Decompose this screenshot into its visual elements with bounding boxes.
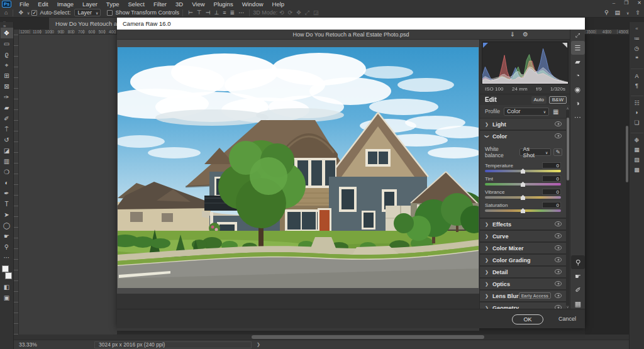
bw-button[interactable]: B&W xyxy=(549,96,567,104)
adjustment-brush-icon[interactable]: ✐ xyxy=(571,283,585,297)
section-color-mixer[interactable]: ❯ Color Mixer xyxy=(480,243,566,253)
menu-item[interactable]: Window xyxy=(238,0,268,8)
visibility-eye-icon[interactable] xyxy=(555,293,562,298)
menu-item[interactable]: Select xyxy=(123,0,148,8)
align-horizontal-centers-icon[interactable]: ⊤ xyxy=(195,9,204,16)
fullscreen-toggle-icon[interactable]: ⤢ xyxy=(571,30,585,41)
camera-raw-titlebar[interactable]: Camera Raw 16.0 xyxy=(117,18,585,30)
section-optics[interactable]: ❯ Optics xyxy=(480,279,566,289)
blur-tool[interactable]: ❍ xyxy=(1,167,13,177)
visibility-eye-icon[interactable] xyxy=(555,281,562,286)
auto-select-layer-dropdown[interactable]: Layer ∨ xyxy=(74,9,101,16)
comments-panel-icon[interactable]: ❝ xyxy=(631,53,643,64)
slider-thumb[interactable] xyxy=(521,208,525,213)
canvas-vertical-scrollbar[interactable] xyxy=(626,126,628,182)
canvas-horizontal-scrollbar[interactable] xyxy=(252,335,484,339)
red-eye-tool-icon[interactable]: ◉ xyxy=(571,82,585,96)
clone-stamp-tool[interactable]: ⍑ xyxy=(1,124,13,135)
histogram[interactable] xyxy=(482,42,569,84)
character-panel-icon[interactable]: A xyxy=(631,69,643,80)
eraser-tool[interactable]: ◪ xyxy=(1,145,13,156)
slider-value[interactable]: 0 xyxy=(542,202,561,208)
foreground-color-swatch[interactable] xyxy=(2,265,9,272)
hand-tool-icon[interactable]: ☛ xyxy=(571,269,585,283)
visibility-eye-icon[interactable] xyxy=(555,257,562,262)
gradients-panel-icon[interactable]: ◗ xyxy=(631,108,643,118)
move-tool[interactable]: ✥ xyxy=(1,28,13,38)
shape-tool[interactable]: ◯ xyxy=(1,220,13,231)
align-top-edges-icon[interactable]: ⊥ xyxy=(213,9,221,16)
path-selection-tool[interactable]: ➤ xyxy=(1,209,13,220)
toolbar-collapse-icon[interactable]: » xyxy=(3,23,6,29)
slider-thumb[interactable] xyxy=(521,195,525,200)
auto-button[interactable]: Auto xyxy=(531,96,547,104)
section-color[interactable]: ❯ Color xyxy=(480,131,566,141)
align-right-edges-icon[interactable]: ⊣ xyxy=(204,9,213,16)
menu-item[interactable]: 3D xyxy=(171,0,187,8)
slider-track[interactable] xyxy=(485,170,561,172)
zoom-tool[interactable]: ⚲ xyxy=(1,241,13,252)
slider-value[interactable]: 0 xyxy=(542,175,561,182)
section-lens-blur[interactable]: ❯ Lens Blur Early Access xyxy=(480,291,566,301)
menu-item[interactable]: File xyxy=(15,0,33,8)
auto-select-checkbox[interactable]: ✓ xyxy=(31,10,37,16)
share-icon[interactable]: ⇧ xyxy=(635,9,640,16)
swatches-panel-icon[interactable]: ❉ xyxy=(631,133,643,145)
color-swatches[interactable] xyxy=(2,265,12,279)
show-transform-checkbox[interactable] xyxy=(107,10,113,16)
menu-item[interactable]: Filter xyxy=(149,0,171,8)
history-brush-tool[interactable]: ↺ xyxy=(1,135,13,145)
section-curve[interactable]: ❯ Curve xyxy=(480,231,566,241)
slider-thumb[interactable] xyxy=(521,169,525,174)
close-button[interactable]: ✕ xyxy=(637,0,641,6)
adjustments-panel-icon[interactable]: ☷ xyxy=(631,96,643,108)
quick-mask-icon[interactable]: ◧ xyxy=(1,282,13,292)
paragraph-panel-icon[interactable]: ¶ xyxy=(631,80,643,91)
menu-item[interactable]: Image xyxy=(53,0,78,8)
object-selection-tool[interactable]: ⌖ xyxy=(1,60,13,70)
edit-toolbar-icon[interactable]: ⋯ xyxy=(1,252,13,263)
visibility-eye-icon[interactable] xyxy=(555,221,562,226)
lasso-tool[interactable]: ϱ xyxy=(1,49,13,60)
healing-brush-tool[interactable]: ▰ xyxy=(1,102,13,113)
patterns-panel-icon[interactable]: ▦ xyxy=(631,145,643,155)
search-icon[interactable]: ⚲ xyxy=(604,9,609,16)
eyedropper-tool[interactable]: ✑ xyxy=(1,92,13,102)
align-left-edges-icon[interactable]: ⊢ xyxy=(186,9,195,16)
minimize-button[interactable]: – xyxy=(613,0,615,6)
menu-item[interactable]: Help xyxy=(268,0,289,8)
save-image-icon[interactable]: ⇓ xyxy=(510,30,515,40)
screen-mode-icon[interactable]: ▣ xyxy=(1,292,13,303)
dock-collapse-icon[interactable]: « xyxy=(631,23,643,33)
edit-tool-icon[interactable]: ☰ xyxy=(571,41,585,55)
home-icon[interactable]: ⌂ xyxy=(3,9,9,16)
properties-panel-icon[interactable]: ≔ xyxy=(631,33,643,43)
panel-scrollbar-thumb[interactable] xyxy=(567,118,569,180)
visibility-eye-icon[interactable] xyxy=(555,133,562,138)
gradient-tool[interactable]: ▥ xyxy=(1,156,13,167)
status-options-chevron-icon[interactable]: ❯ xyxy=(257,342,260,347)
section-detail[interactable]: ❯ Detail xyxy=(480,267,566,277)
menu-item[interactable]: Edit xyxy=(33,0,52,8)
ok-button[interactable]: OK xyxy=(512,314,543,324)
chevron-down-icon[interactable]: ∨ xyxy=(626,11,629,15)
hand-tool[interactable]: ☛ xyxy=(1,231,13,241)
zoom-tool-icon[interactable]: ⚲ xyxy=(571,255,585,269)
masking-tool-icon[interactable]: ◔ xyxy=(571,69,585,82)
section-light[interactable]: ❯ Light xyxy=(480,119,566,130)
slider-value[interactable]: 0 xyxy=(542,162,561,169)
menu-item[interactable]: View xyxy=(187,0,209,8)
distribute-vertical-icon[interactable]: ≣ xyxy=(228,9,237,16)
white-balance-dropdown[interactable]: As Shot ∨ xyxy=(519,148,551,156)
more-align-options-icon[interactable]: ⋯ xyxy=(236,9,246,16)
slider-value[interactable]: 0 xyxy=(542,189,561,195)
background-color-swatch[interactable] xyxy=(5,272,12,279)
frame-tool[interactable]: ⊠ xyxy=(1,81,13,92)
restore-button[interactable]: ❐ xyxy=(624,0,628,6)
visibility-eye-icon[interactable] xyxy=(555,245,562,250)
menu-item[interactable]: Layer xyxy=(78,0,102,8)
house-photo[interactable] xyxy=(118,47,479,288)
section-color-grading[interactable]: ❯ Color Grading xyxy=(480,255,566,265)
white-balance-eyedropper-icon[interactable]: ✎ xyxy=(553,148,562,156)
visibility-eye-icon[interactable] xyxy=(555,121,562,126)
